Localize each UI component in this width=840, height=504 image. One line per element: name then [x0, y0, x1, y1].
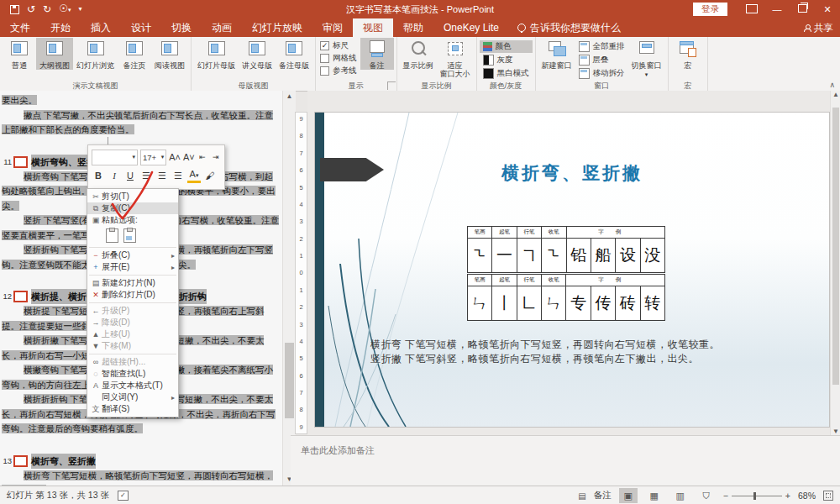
font-size-combo[interactable]: 17+▾	[140, 150, 166, 165]
menu-item-超链接(H)...[interactable]: ∞超链接(H)...	[87, 356, 178, 368]
menu-item-翻译(S)[interactable]: 文翻译(S)	[87, 403, 178, 415]
menu-item-升级(P)[interactable]: ←升级(P)	[87, 305, 178, 317]
color-mode-黑白模式[interactable]: 黑白模式	[480, 67, 533, 80]
scroll-down-icon[interactable]: ▼	[831, 428, 840, 435]
font-color-button[interactable]: A▾	[187, 169, 201, 183]
window-button-移动拆分[interactable]: 移动拆分	[575, 67, 628, 80]
restore-button[interactable]	[790, 0, 815, 18]
notes-pane[interactable]: 单击此处添加备注	[291, 435, 840, 486]
tab-切换[interactable]: 切换	[161, 18, 202, 37]
underline-button[interactable]: U	[123, 169, 137, 183]
window-button-层叠[interactable]: 层叠	[575, 54, 628, 66]
outline-slide-title[interactable]: 13横折弯、竖折撇	[0, 454, 282, 469]
stroke-table-1[interactable]: 笔画起笔行笔收笔字例㇍一㇕㇍铅船设没	[467, 226, 665, 273]
menu-item-删除幻灯片(D)[interactable]: ✕删除幻灯片(D)	[87, 289, 178, 301]
slide-scrollbar[interactable]: ▲ ▼	[830, 91, 840, 435]
format-painter-icon[interactable]: 🖌	[203, 169, 217, 183]
fit-to-window-button[interactable]: 适应 窗口大小	[437, 38, 474, 78]
scroll-up-icon[interactable]: ▲	[283, 91, 296, 102]
shrink-font-button[interactable]: A˅	[183, 150, 195, 165]
tab-动画[interactable]: 动画	[202, 18, 242, 37]
save-icon[interactable]	[10, 5, 19, 14]
tab-插入[interactable]: 插入	[81, 18, 121, 37]
checkbox-标尺[interactable]: ✓标尺	[320, 40, 357, 51]
tell-me-box[interactable]: 告诉我你想要做什么	[509, 18, 629, 37]
view-button-阅读视图[interactable]: 阅读视图	[151, 38, 188, 70]
slide-icon[interactable]	[13, 455, 28, 467]
menu-item-折叠(C)[interactable]: −折叠(C)▸	[87, 249, 178, 261]
tab-OneKey Lite[interactable]: OneKey Lite	[433, 18, 509, 37]
collapse-ribbon-icon[interactable]: ∧	[829, 81, 835, 89]
tab-文件[interactable]: 文件	[0, 18, 40, 37]
ribbon-display-options-icon[interactable]	[739, 0, 764, 18]
slide-editing-area[interactable]: 横折弯、竖折撇 笔画起笔行笔收笔字例㇍一㇕㇍铅船设没 笔画起笔行笔收笔字例ㄣ丨㇗…	[307, 91, 830, 435]
zoom-button[interactable]: 显示比例	[400, 38, 437, 70]
zoom-percentage[interactable]: 68%	[798, 491, 816, 501]
touch-mode-icon[interactable]: ☉▾	[59, 0, 71, 19]
tab-视图[interactable]: 视图	[353, 18, 393, 37]
close-button[interactable]: ✕	[815, 0, 840, 18]
menu-item-上移(U)[interactable]: ▲上移(U)	[87, 328, 178, 340]
scrollbar-thumb[interactable]	[285, 343, 294, 418]
menu-item-展开(E)[interactable]: +展开(E)▸	[87, 261, 178, 273]
color-mode-颜色[interactable]: 颜色	[480, 40, 533, 53]
scroll-up-icon[interactable]: ▲	[831, 91, 840, 98]
view-button-大纲视图[interactable]: 大纲视图	[36, 38, 73, 70]
tab-审阅[interactable]: 审阅	[312, 18, 353, 37]
font-name-combo[interactable]: ▾	[92, 150, 138, 165]
menu-item-粘贴选项:[interactable]: ▣粘贴选项:	[87, 214, 178, 226]
normal-view-icon[interactable]: ▣	[619, 488, 638, 503]
spellcheck-icon[interactable]: ✓	[118, 491, 129, 501]
outline-paragraph[interactable]: 撇点 下笔写撇，不出尖顿笔后折向右下写长点，收笔较重。注意上部撇和下部长点的角度…	[2, 108, 279, 138]
zoom-slider[interactable]: − +	[723, 491, 790, 501]
paste-picture-icon[interactable]	[123, 228, 136, 243]
scrollbar-thumb[interactable]	[832, 108, 839, 385]
redo-icon[interactable]: ↻	[43, 0, 51, 18]
italic-button[interactable]: I	[108, 169, 121, 183]
slide-body-text[interactable]: 横折弯 下笔写短横，略顿笔折向下写短竖，再圆转向右写短横，收笔较重。竖折撇 下笔…	[370, 338, 720, 366]
bold-button[interactable]: B	[92, 169, 105, 183]
zoom-in-icon[interactable]: +	[785, 491, 790, 501]
fit-slide-icon[interactable]	[823, 491, 833, 501]
window-button-全部重排[interactable]: 全部重排	[575, 40, 628, 53]
tab-设计[interactable]: 设计	[121, 18, 161, 37]
view-button-备注母版[interactable]: 备注母版	[276, 38, 312, 70]
decrease-indent-icon[interactable]: ⇤	[197, 150, 208, 165]
undo-icon[interactable]: ↺	[27, 0, 35, 18]
zoom-slider-thumb[interactable]	[753, 492, 756, 500]
view-button-幻灯片母版[interactable]: 幻灯片母版	[194, 38, 239, 70]
menu-item-下移(M)[interactable]: ▼下移(M)	[87, 340, 178, 352]
grow-font-button[interactable]: A˄	[169, 150, 181, 165]
color-mode-灰度[interactable]: 灰度	[480, 54, 533, 66]
notes-statusbar-label[interactable]: 备注	[594, 490, 612, 501]
outline-scrollbar[interactable]: ▲ ▼	[282, 91, 296, 486]
notes-toggle-button[interactable]: 备注	[360, 38, 394, 70]
paste-keep-source-icon[interactable]	[106, 228, 118, 243]
checkbox-参考线[interactable]: 参考线	[320, 66, 357, 76]
view-button-幻灯片浏览[interactable]: 幻灯片浏览	[73, 38, 118, 70]
zoom-out-icon[interactable]: −	[723, 491, 728, 501]
slide-sorter-icon[interactable]: ▦	[645, 488, 664, 503]
share-button[interactable]: 共享	[804, 18, 833, 37]
macro-button[interactable]: 宏	[671, 38, 705, 70]
menu-item-智能查找(L)[interactable]: ◌智能查找(L)	[87, 368, 178, 380]
align-left-icon[interactable]: ☰	[139, 169, 153, 183]
customize-qat-icon[interactable]: ▾	[78, 0, 81, 18]
notes-statusbar-icon[interactable]: ▤	[578, 491, 585, 501]
signin-button[interactable]: 登录	[693, 3, 727, 16]
switch-window-button[interactable]: 切换窗口 ▾	[628, 38, 665, 79]
new-window-button[interactable]: 新建窗口	[538, 38, 575, 70]
align-center-icon[interactable]: ☰	[155, 169, 169, 183]
notes-placeholder[interactable]: 单击此处添加备注	[301, 444, 840, 457]
increase-indent-icon[interactable]: ⇥	[210, 150, 221, 165]
tab-幻灯片放映[interactable]: 幻灯片放映	[242, 18, 312, 37]
reading-view-icon[interactable]: ▥	[671, 488, 690, 503]
outline-paragraph[interactable]: 要出尖。	[2, 93, 279, 108]
checkbox-网格线[interactable]: 网格线	[320, 53, 357, 64]
outline-paragraph[interactable]: 横折弯 下笔写短横，略顿笔折向下写短竖，再圆转向右写短横，收笔较重。	[2, 469, 279, 486]
menu-item-剪切(T)[interactable]: ✂剪切(T)	[87, 191, 178, 202]
slide-icon[interactable]	[13, 291, 28, 302]
slide-canvas[interactable]: 横折弯、竖折撇 笔画起笔行笔收笔字例㇍一㇕㇍铅船设没 笔画起笔行笔收笔字例ㄣ丨㇗…	[314, 112, 830, 428]
menu-item-复制(C)[interactable]: ⧉复制(C)	[87, 202, 178, 214]
view-button-普通[interactable]: 普通	[3, 38, 36, 70]
